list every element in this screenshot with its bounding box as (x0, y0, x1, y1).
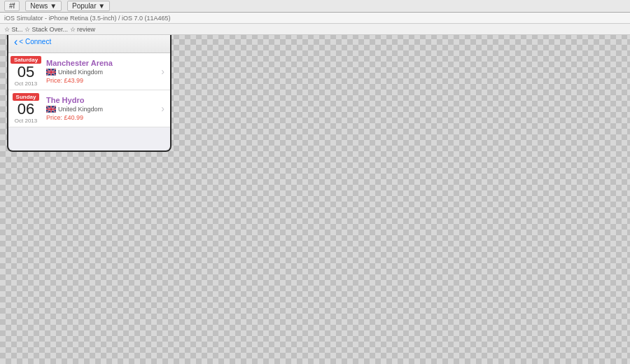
event-item[interactable]: Sunday 06 Oct 2013 The Hydro (8, 90, 170, 127)
event-date-block: Saturday 05 Oct 2013 (8, 53, 43, 90)
event-venue: Manchester Arena (46, 59, 153, 67)
event-details: Manchester Arena United Kingdom Price: £… (43, 53, 155, 90)
event-month-year: Oct 2013 (15, 118, 37, 124)
event-country: United Kingdom (58, 69, 103, 76)
event-month-year: Oct 2013 (15, 80, 37, 87)
tab-hashtag[interactable]: #f (4, 1, 20, 11)
event-venue: The Hydro (46, 96, 153, 104)
event-price: Price: £43.99 (46, 77, 153, 84)
event-item[interactable]: Saturday 05 Oct 2013 Manchester Arena (8, 53, 170, 90)
event-country-row: United Kingdom (46, 69, 153, 76)
event-day-number: 05 (18, 64, 34, 80)
back-button[interactable]: < Connect (14, 36, 51, 48)
bookmarks-bar: ☆ St... ☆ Stack Over... ☆ review (0, 24, 630, 35)
chevron-right-icon: › (155, 90, 170, 127)
bookmark-1: ☆ St... ☆ Stack Over... ☆ review (4, 26, 95, 33)
address-bar-text: iOS Simulator - iPhone Retina (3.5-inch)… (4, 15, 171, 22)
browser-tab-bar: #f News ▼ Popular ▼ (0, 0, 630, 13)
tab-news[interactable]: News ▼ (25, 1, 62, 11)
flag-icon (46, 106, 56, 113)
event-price: Price: £40.99 (46, 114, 153, 121)
event-country: United Kingdom (58, 106, 103, 113)
event-day-number: 06 (18, 101, 34, 118)
event-details: The Hydro United Kingdom Price: £40.99 (43, 90, 155, 127)
ios-content: < Connect Saturday 05 Oct 2013 Mancheste… (8, 31, 170, 150)
flag-icon (46, 69, 56, 76)
event-date-block: Sunday 06 Oct 2013 (8, 90, 43, 127)
browser-address-bar: iOS Simulator - iPhone Retina (3.5-inch)… (0, 13, 630, 24)
event-list: Saturday 05 Oct 2013 Manchester Arena (8, 53, 170, 127)
chevron-right-icon: › (155, 53, 170, 90)
iphone-simulator: Carrier ▾ 11:50 AM ▮ < Connect Saturday … (7, 15, 172, 152)
event-country-row: United Kingdom (46, 106, 153, 113)
tab-popular[interactable]: Popular ▼ (67, 1, 110, 11)
